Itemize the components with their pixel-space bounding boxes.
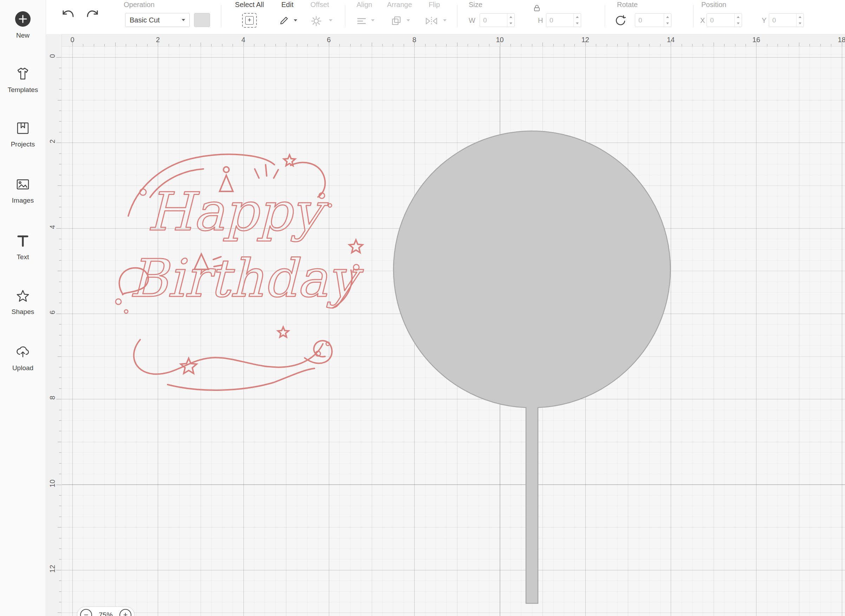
y-stepper[interactable] [796,14,804,27]
sidebar-label: Images [12,197,34,204]
ruler-tick [59,506,62,506]
design-strokes: Happy Birthday [116,154,364,390]
align-button [356,16,367,28]
x-letter: X [700,16,705,25]
ruler-tick [682,44,682,46]
select-all-label[interactable]: Select All [226,1,272,9]
cake-topper-shape[interactable] [385,128,682,607]
ruler-label: 8 [48,393,57,403]
ruler-tick [56,142,62,143]
ruler-tick [372,43,372,46]
ruler-tick [57,185,62,186]
rotate-input[interactable]: 0 [635,13,672,27]
width-input[interactable]: 0 [480,13,515,27]
edit-button[interactable] [279,15,289,27]
size-lock-button[interactable] [533,4,541,13]
sidebar-item-text[interactable]: Text [0,233,46,261]
ruler-tick [59,538,62,538]
chevron-down-icon [182,19,185,21]
chevron-down-icon[interactable] [294,19,297,21]
ruler-tick [59,581,62,581]
ruler-tick [436,44,436,46]
redo-button[interactable] [85,7,101,23]
topper-silhouette[interactable] [394,131,670,603]
arrange-label: Arrange [382,1,417,9]
ruler-tick [56,399,62,399]
ruler-label: 4 [238,36,249,44]
height-input[interactable]: 0 [546,13,581,27]
ruler-tick [254,44,254,46]
width-stepper[interactable] [507,14,514,27]
step-up-icon [576,16,579,18]
ruler-tick [222,44,222,46]
toolbar-separator [457,5,457,27]
sidebar-item-projects[interactable]: Projects [0,120,46,148]
position-label: Position [701,1,726,9]
rotate-stepper[interactable] [664,14,671,27]
step-down-icon [666,22,669,24]
ruler-tick [628,43,628,46]
y-letter: Y [762,16,766,25]
step-down-icon [799,22,801,24]
ruler-tick [59,239,62,239]
ruler-label: 2 [48,136,57,147]
step-up-icon [799,16,801,18]
ruler-label: 6 [48,307,57,317]
canvas-grid[interactable]: Happy Birthday − 75% + [62,47,845,616]
sidebar-item-templates[interactable]: Templates [0,66,46,94]
position-x-input[interactable]: 0 [707,13,742,27]
ruler-tick [83,44,83,46]
sidebar-item-images[interactable]: Images [0,176,46,204]
ruler-tick [489,44,489,46]
sidebar-item-shapes[interactable]: Shapes [0,287,46,316]
ruler-tick [692,44,692,46]
horizontal-ruler: 024681012141618 [62,34,845,47]
rotate-button[interactable] [614,15,626,28]
sidebar-item-new[interactable]: New [0,10,46,39]
zoom-out-button[interactable]: − [80,609,92,616]
operation-color-swatch[interactable] [194,13,210,27]
sidebar-item-upload[interactable]: Upload [0,344,46,372]
toolbar-separator [693,5,694,27]
ruler-tick [799,43,799,46]
ruler-tick [59,111,62,111]
operation-select[interactable]: Basic Cut [125,13,190,27]
chevron-down-icon [407,19,410,21]
ruler-tick [714,43,714,46]
ruler-tick [446,44,447,46]
sidebar-label: Text [17,253,29,261]
height-value: 0 [546,14,573,27]
operation-value: Basic Cut [130,16,160,24]
ruler-tick [59,154,62,154]
ruler-tick [115,43,116,46]
step-down-icon [510,22,512,24]
undo-button[interactable] [60,7,75,23]
ruler-tick [596,44,596,46]
flip-label: Flip [420,1,448,9]
ruler-tick [59,463,62,463]
ruler-tick [457,43,457,46]
x-stepper[interactable] [734,14,742,27]
lock-icon [533,4,541,12]
ruler-tick [425,44,426,46]
ruler-tick [94,44,94,46]
offset-button[interactable] [310,15,322,28]
ruler-tick [59,559,62,559]
ruler-tick [56,228,62,229]
step-down-icon [576,22,579,24]
happy-birthday-design[interactable]: Happy Birthday [108,143,372,393]
edit-label[interactable]: Edit [275,1,300,9]
size-label: Size [469,1,482,9]
ruler-label: 16 [751,36,761,44]
ruler-tick [831,44,831,46]
ruler-tick [532,44,532,46]
toolbar-separator [605,5,605,27]
position-y-input[interactable]: 0 [769,13,804,27]
zoom-in-button[interactable]: + [119,609,131,616]
chevron-down-icon [443,19,447,21]
ruler-tick [59,249,62,250]
select-all-button[interactable]: + [242,13,257,28]
ruler-tick [361,44,361,46]
height-stepper[interactable] [573,14,581,27]
layers-icon [391,15,402,26]
